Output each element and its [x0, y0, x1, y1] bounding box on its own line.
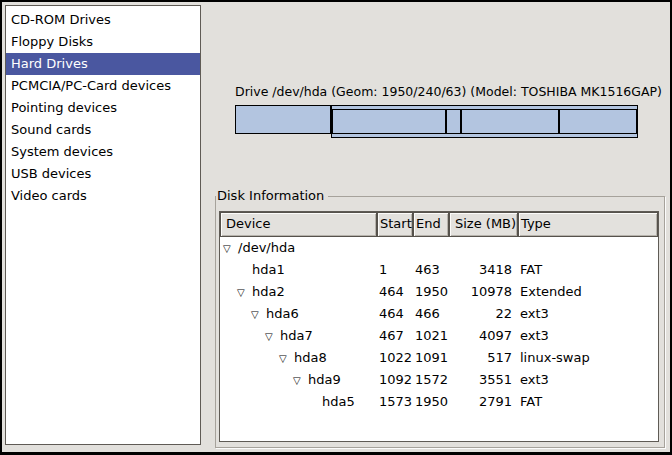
device-label: hda2: [252, 284, 285, 299]
type-value: ext3: [518, 325, 658, 347]
device-label: hda7: [280, 328, 313, 343]
disk-table-header: DeviceStartEndSize (MB)Type: [220, 212, 658, 237]
partition-segment-hda2: [331, 105, 638, 138]
column-header-type[interactable]: Type: [518, 212, 658, 237]
partition-segment-hda7: [332, 109, 446, 134]
table-row-hda9[interactable]: ▽hda9109215723551ext3: [220, 369, 658, 391]
partition-segment-hda9: [461, 109, 560, 134]
start-value: 1: [377, 259, 413, 281]
partition-segment-hda1: [235, 105, 331, 134]
sidebar-item-floppy-disks[interactable]: Floppy Disks: [6, 31, 200, 53]
size-value: [449, 237, 518, 259]
disk-info-table: DeviceStartEndSize (MB)Type ▽/dev/hdahda…: [219, 211, 659, 442]
end-value: 1572: [413, 369, 449, 391]
size-value: 2791: [449, 391, 518, 413]
start-value: 464: [377, 281, 413, 303]
type-value: FAT: [518, 391, 658, 413]
start-value: 464: [377, 303, 413, 325]
partition-segment-hda5: [559, 109, 637, 134]
table-row-hda7[interactable]: ▽hda746710214097ext3: [220, 325, 658, 347]
disk-table-rows: ▽/dev/hdahda114633418FAT▽hda246419501097…: [220, 237, 658, 413]
size-value: 3418: [449, 259, 518, 281]
sidebar-item-system-devices[interactable]: System devices: [6, 141, 200, 163]
size-value: 3551: [449, 369, 518, 391]
type-value: ext3: [518, 303, 658, 325]
type-value: [518, 237, 658, 259]
end-value: 1950: [413, 391, 449, 413]
expander-icon[interactable]: ▽: [251, 304, 266, 325]
size-value: 517: [449, 347, 518, 369]
expander-icon[interactable]: ▽: [279, 348, 294, 369]
type-value: linux-swap: [518, 347, 658, 369]
column-header-device[interactable]: Device: [220, 212, 377, 237]
column-header-end[interactable]: End: [413, 212, 449, 237]
end-value: 1091: [413, 347, 449, 369]
device-label: hda8: [294, 350, 327, 365]
size-value: 4097: [449, 325, 518, 347]
sidebar-list[interactable]: CD-ROM DrivesFloppy DisksHard DrivesPCMC…: [5, 5, 201, 445]
sidebar-item-pointing-devices[interactable]: Pointing devices: [6, 97, 200, 119]
table-row-hda1[interactable]: hda114633418FAT: [220, 259, 658, 281]
expander-icon[interactable]: ▽: [265, 326, 280, 347]
expander-icon[interactable]: ▽: [223, 238, 238, 259]
table-row-hda2[interactable]: ▽hda2464195010978Extended: [220, 281, 658, 303]
table-row-hda5[interactable]: hda5157319502791FAT: [220, 391, 658, 413]
end-value: 466: [413, 303, 449, 325]
table-row-hda6[interactable]: ▽hda646446622ext3: [220, 303, 658, 325]
expander-icon[interactable]: ▽: [237, 282, 252, 303]
type-value: ext3: [518, 369, 658, 391]
device-label: hda6: [266, 306, 299, 321]
start-value: 1573: [377, 391, 413, 413]
start-value: 1022: [377, 347, 413, 369]
hardware-browser-window: CD-ROM DrivesFloppy DisksHard DrivesPCMC…: [0, 0, 672, 455]
sidebar-item-usb-devices[interactable]: USB devices: [6, 163, 200, 185]
column-header-start[interactable]: Start: [377, 212, 413, 237]
table-row-hda8[interactable]: ▽hda810221091517linux-swap: [220, 347, 658, 369]
expander-icon[interactable]: ▽: [293, 370, 308, 391]
end-value: 1950: [413, 281, 449, 303]
end-value: 1021: [413, 325, 449, 347]
sidebar-item-sound-cards[interactable]: Sound cards: [6, 119, 200, 141]
size-value: 10978: [449, 281, 518, 303]
device-label: hda5: [322, 394, 355, 409]
partition-segment-hda8: [446, 109, 460, 134]
start-value: 1092: [377, 369, 413, 391]
disk-information-frame-label: Disk Information: [216, 188, 328, 204]
drive-title: Drive /dev/hda (Geom: 1950/240/63) (Mode…: [235, 84, 638, 99]
type-value: FAT: [518, 259, 658, 281]
column-header-size-mb[interactable]: Size (MB): [449, 212, 518, 237]
sidebar-item-video-cards[interactable]: Video cards: [6, 185, 200, 207]
sidebar-item-hard-drives[interactable]: Hard Drives: [6, 53, 200, 75]
device-label: /dev/hda: [238, 240, 295, 255]
sidebar-item-cd-rom-drives[interactable]: CD-ROM Drives: [6, 9, 200, 31]
table-row-dev-hda[interactable]: ▽/dev/hda: [220, 237, 658, 259]
partition-bar: [235, 105, 638, 139]
type-value: Extended: [518, 281, 658, 303]
device-label: hda9: [308, 372, 341, 387]
end-value: [413, 237, 449, 259]
start-value: 467: [377, 325, 413, 347]
device-label: hda1: [252, 262, 285, 277]
start-value: [377, 237, 413, 259]
end-value: 463: [413, 259, 449, 281]
sidebar-item-pcmcia-pc-card-devices[interactable]: PCMCIA/PC-Card devices: [6, 75, 200, 97]
size-value: 22: [449, 303, 518, 325]
